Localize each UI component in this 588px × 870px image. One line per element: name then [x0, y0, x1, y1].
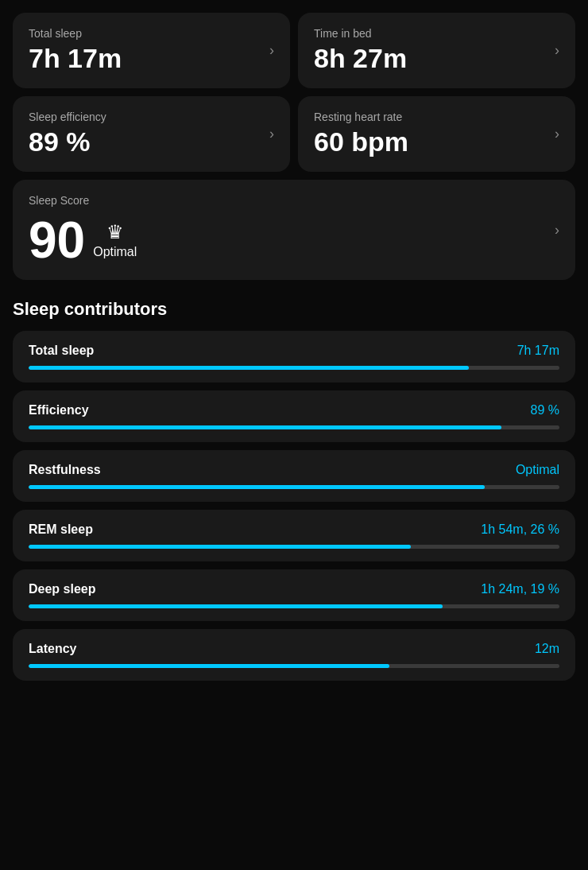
resting-heart-rate-value: 60 bpm — [314, 126, 408, 157]
resting-heart-rate-label: Resting heart rate — [314, 111, 408, 123]
contributor-header: REM sleep1h 54m, 26 % — [29, 522, 559, 537]
contributor-name: Restfulness — [29, 463, 101, 477]
sleep-efficiency-chevron: › — [269, 126, 274, 142]
time-in-bed-label: Time in bed — [314, 27, 407, 40]
contributor-value: 12m — [535, 642, 559, 656]
total-sleep-content: Total sleep 7h 17m — [29, 27, 122, 74]
contributor-value: 1h 54m, 26 % — [481, 522, 559, 537]
contributor-header: Efficiency89 % — [29, 403, 559, 418]
resting-heart-rate-card[interactable]: Resting heart rate 60 bpm › — [298, 96, 575, 172]
total-sleep-value: 7h 17m — [29, 43, 122, 74]
contributor-header: Total sleep7h 17m — [29, 344, 559, 358]
contributor-value: 1h 24m, 19 % — [481, 582, 559, 596]
contributor-card[interactable]: RestfulnessOptimal — [13, 450, 575, 502]
progress-fill — [29, 604, 443, 608]
contributor-header: Latency12m — [29, 642, 559, 656]
contributors-section: Sleep contributors Total sleep7h 17mEffi… — [13, 299, 575, 681]
sleep-efficiency-value: 89 % — [29, 126, 106, 157]
contributors-list: Total sleep7h 17mEfficiency89 %Restfulne… — [13, 331, 575, 681]
progress-fill — [29, 425, 501, 429]
contributor-value: Optimal — [516, 463, 559, 477]
contributor-card[interactable]: Deep sleep1h 24m, 19 % — [13, 569, 575, 621]
contributor-name: Deep sleep — [29, 582, 95, 596]
progress-fill — [29, 545, 411, 549]
progress-track — [29, 366, 559, 370]
contributor-header: Deep sleep1h 24m, 19 % — [29, 582, 559, 596]
contributor-name: Latency — [29, 642, 76, 656]
top-stats-grid: Total sleep 7h 17m › Time in bed 8h 27m … — [13, 13, 575, 172]
contributor-name: Total sleep — [29, 344, 94, 358]
contributor-card[interactable]: REM sleep1h 54m, 26 % — [13, 510, 575, 561]
contributor-header: RestfulnessOptimal — [29, 463, 559, 477]
contributor-value: 7h 17m — [517, 344, 559, 358]
contributor-name: REM sleep — [29, 522, 93, 537]
time-in-bed-chevron: › — [555, 42, 559, 59]
progress-track — [29, 545, 559, 549]
contributor-card[interactable]: Latency12m — [13, 629, 575, 681]
contributor-name: Efficiency — [29, 403, 89, 418]
sleep-score-inner: Sleep Score 90 ♛ Optimal — [29, 194, 137, 266]
sleep-efficiency-content: Sleep efficiency 89 % — [29, 111, 106, 157]
time-in-bed-content: Time in bed 8h 27m — [314, 27, 407, 74]
time-in-bed-value: 8h 27m — [314, 43, 407, 74]
sleep-efficiency-label: Sleep efficiency — [29, 111, 106, 123]
optimal-label: Optimal — [93, 245, 137, 259]
total-sleep-chevron: › — [269, 42, 274, 59]
progress-fill — [29, 366, 469, 370]
progress-fill — [29, 485, 485, 489]
total-sleep-label: Total sleep — [29, 27, 122, 40]
progress-fill — [29, 664, 389, 668]
progress-track — [29, 664, 559, 668]
progress-track — [29, 604, 559, 608]
contributor-value: 89 % — [531, 403, 559, 418]
contributors-title: Sleep contributors — [13, 299, 575, 320]
crown-optimal-group: ♛ Optimal — [93, 221, 137, 259]
progress-track — [29, 485, 559, 489]
contributor-card[interactable]: Total sleep7h 17m — [13, 331, 575, 383]
total-sleep-card[interactable]: Total sleep 7h 17m › — [13, 13, 290, 88]
sleep-score-card[interactable]: Sleep Score 90 ♛ Optimal › — [13, 180, 575, 280]
sleep-score-label: Sleep Score — [29, 194, 137, 207]
time-in-bed-card[interactable]: Time in bed 8h 27m › — [298, 13, 575, 88]
resting-heart-rate-content: Resting heart rate 60 bpm — [314, 111, 408, 157]
resting-heart-rate-chevron: › — [555, 126, 559, 142]
sleep-score-row: 90 ♛ Optimal — [29, 215, 137, 266]
crown-icon: ♛ — [106, 221, 124, 243]
sleep-score-chevron: › — [555, 222, 559, 239]
sleep-score-value: 90 — [29, 215, 85, 266]
contributor-card[interactable]: Efficiency89 % — [13, 390, 575, 442]
sleep-efficiency-card[interactable]: Sleep efficiency 89 % › — [13, 96, 290, 172]
progress-track — [29, 425, 559, 429]
